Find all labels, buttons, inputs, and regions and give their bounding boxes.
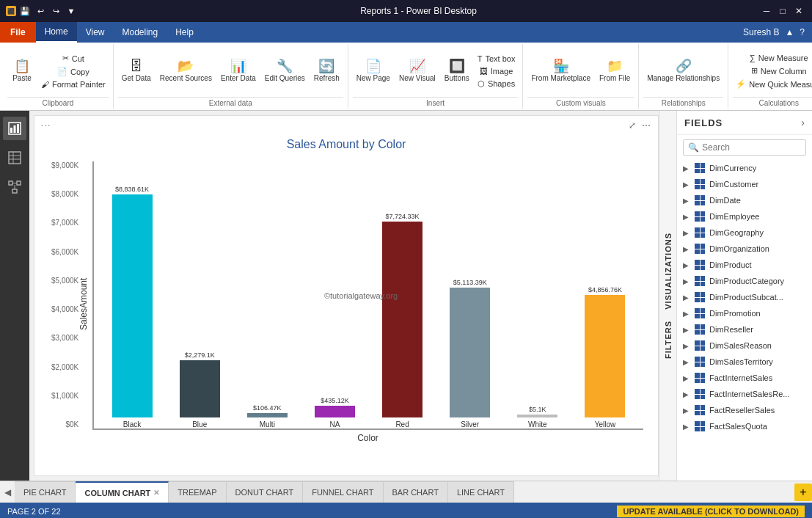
status-bar: PAGE 2 OF 22 UPDATE AVAILABLE (CLICK TO … (0, 503, 812, 518)
field-item[interactable]: ▶DimCurrency (677, 160, 812, 176)
field-item[interactable]: ▶DimSalesReason (677, 338, 812, 354)
table-icon (695, 179, 705, 189)
minimize-button[interactable]: ─ (759, 4, 774, 18)
from-file-button[interactable]: 📁 From File (596, 49, 634, 93)
clipboard-label: Clipboard (7, 97, 109, 107)
refresh-icon: 🔄 (318, 59, 334, 73)
new-visual-button[interactable]: 📈 New Visual (395, 49, 439, 93)
field-item[interactable]: ▶FactResellerSales (677, 402, 812, 418)
format-painter-button[interactable]: 🖌 Format Painter (38, 79, 109, 90)
nav-data-icon[interactable] (3, 146, 26, 169)
save-button[interactable]: 💾 (18, 4, 32, 18)
bar[interactable] (585, 295, 625, 417)
menu-home[interactable]: Home (36, 22, 77, 43)
new-column-button[interactable]: ⊞ New Column (733, 65, 812, 77)
bar-value: $5.1K (529, 406, 546, 413)
file-menu[interactable]: File (0, 22, 36, 43)
tab-column-chart[interactable]: COLUMN CHART✕ (76, 481, 169, 503)
fields-search-box[interactable]: 🔍 (683, 139, 806, 156)
from-marketplace-button[interactable]: 🏪 From Marketplace (527, 49, 594, 93)
edit-queries-icon: 🔧 (277, 59, 293, 73)
field-item[interactable]: ▶DimCustomer (677, 176, 812, 192)
help-icon[interactable]: ? (800, 27, 805, 37)
new-measure-button[interactable]: ∑ New Measure (733, 52, 812, 64)
visualizations-tab[interactable]: VISUALIZATIONS (661, 227, 676, 315)
nav-model-icon[interactable] (3, 175, 26, 199)
user-area: Suresh B ▲ ? (743, 22, 812, 43)
bar[interactable] (517, 415, 557, 417)
tab-close-icon[interactable]: ✕ (153, 489, 159, 497)
close-button[interactable]: ✕ (791, 4, 806, 18)
get-data-button[interactable]: 🗄 Get Data (118, 49, 155, 93)
menu-modeling[interactable]: Modeling (113, 22, 167, 43)
shapes-button[interactable]: ⬡ Shapes (475, 78, 519, 90)
recent-sources-icon: 📂 (178, 59, 194, 73)
field-item[interactable]: ▶FactInternetSales (677, 370, 812, 386)
enter-data-button[interactable]: 📊 Enter Data (217, 49, 260, 93)
svg-rect-9 (17, 181, 21, 185)
field-item[interactable]: ▶FactSalesQuota (677, 418, 812, 434)
undo-button[interactable]: ↩ (34, 4, 47, 18)
field-item[interactable]: ▶DimGeography (677, 225, 812, 241)
field-item[interactable]: ▶DimProductCategory (677, 273, 812, 289)
edit-queries-button[interactable]: 🔧 Edit Queries (261, 49, 309, 93)
bar[interactable] (382, 222, 423, 417)
field-item[interactable]: ▶DimReseller (677, 321, 812, 338)
bar[interactable] (450, 288, 490, 417)
expand-chart-button[interactable]: ⤢ (627, 119, 637, 132)
paste-button[interactable]: 📋 Paste (7, 49, 37, 93)
bars-area: $9,000K$8,000K$7,000K$6,000K$5,000K$4,00… (92, 161, 643, 430)
field-item[interactable]: ▶FactInternetSalesRe... (677, 386, 812, 402)
recent-sources-button[interactable]: 📂 Recent Sources (156, 49, 216, 93)
clipboard-small-buttons: ✂ Cut 📄 Copy 🖌 Format Painter (38, 52, 109, 90)
tab-scroll-left[interactable]: ◀ (0, 481, 15, 503)
fields-header: FIELDS › (677, 111, 812, 135)
fields-search-input[interactable] (702, 142, 801, 153)
svg-rect-10 (12, 189, 17, 193)
field-item[interactable]: ▶DimProduct (677, 257, 812, 273)
field-item[interactable]: ▶DimProductSubcat... (677, 289, 812, 305)
new-page-button[interactable]: 📄 New Page (353, 49, 394, 93)
bar-value: $8,838.61K (115, 186, 149, 193)
field-item[interactable]: ▶DimOrganization (677, 241, 812, 257)
tab-line-chart[interactable]: LINE CHART (448, 481, 514, 503)
buttons-button[interactable]: 🔲 Buttons (441, 49, 473, 93)
field-item[interactable]: ▶DimEmployee (677, 208, 812, 225)
bar[interactable] (112, 194, 153, 417)
field-item[interactable]: ▶DimPromotion (677, 305, 812, 321)
bar[interactable] (315, 406, 355, 417)
text-box-button[interactable]: T Text box (475, 53, 519, 65)
nav-report-icon[interactable] (3, 117, 26, 140)
tab-donut-chart[interactable]: DONUT CHART (227, 481, 304, 503)
tab-pie-chart[interactable]: PIE CHART (15, 481, 76, 503)
tab-funnel-chart[interactable]: FUNNEL CHART (303, 481, 383, 503)
new-quick-measure-button[interactable]: ⚡ New Quick Measure (733, 78, 812, 90)
add-tab-button[interactable]: + (794, 484, 812, 501)
maximize-button[interactable]: □ (775, 4, 790, 18)
refresh-button[interactable]: 🔄 Refresh (310, 49, 343, 93)
copy-button[interactable]: 📄 Copy (38, 65, 109, 78)
tab-treemap[interactable]: TREEMAP (169, 481, 226, 503)
new-column-icon: ⊞ (751, 66, 758, 76)
image-button[interactable]: 🖼 Image (475, 65, 519, 77)
y-label: $5,000K (51, 277, 78, 285)
bar[interactable] (180, 360, 220, 417)
relationships-label: Relationships (643, 97, 723, 107)
menu-help[interactable]: Help (167, 22, 202, 43)
quick-access-dropdown[interactable]: ▼ (65, 4, 78, 18)
bar-group: $435.12KNA (304, 397, 365, 428)
field-item[interactable]: ▶DimSalesTerritory (677, 354, 812, 370)
menu-view[interactable]: View (77, 22, 114, 43)
filters-tab[interactable]: FILTERS (661, 315, 676, 365)
cut-button[interactable]: ✂ Cut (38, 52, 109, 65)
tab-bar-chart[interactable]: BAR CHART (384, 481, 448, 503)
svg-rect-2 (14, 125, 16, 133)
update-message[interactable]: UPDATE AVAILABLE (CLICK TO DOWNLOAD) (617, 506, 805, 517)
table-icon (695, 308, 705, 318)
field-item[interactable]: ▶DimDate (677, 192, 812, 208)
fields-collapse-button[interactable]: › (801, 117, 805, 128)
chart-more-button[interactable]: ⋯ (640, 119, 652, 132)
manage-relationships-button[interactable]: 🔗 Manage Relationships (643, 49, 723, 93)
redo-button[interactable]: ↪ (49, 4, 62, 18)
bar[interactable] (247, 413, 288, 417)
